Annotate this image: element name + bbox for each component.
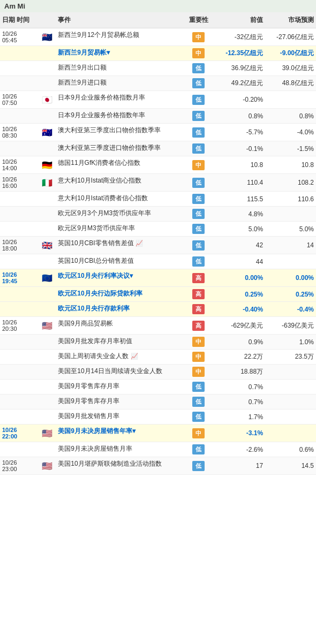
cell-prev-value: -0.20% [214,91,265,109]
event-text: 意大利10月Istat商业信心指数 [58,177,141,184]
cell-prev-value: -0.1% [214,141,265,156]
cell-event[interactable]: 欧元区10月央行利率决议▾ [56,269,183,287]
cell-flag [38,76,56,91]
chart-icon[interactable]: 📈 [136,240,143,246]
cell-prev-value: -629亿美元 [214,317,265,335]
event-text: 日本9月企业服务价格指数年率 [58,111,145,119]
cell-importance: 低 [183,410,214,425]
cell-datetime: 10/26 18:00 [0,237,38,254]
cell-flag [38,222,56,237]
cell-prev-value: 49.2亿纽元 [214,76,265,91]
cell-importance: 低 [183,254,214,269]
table-row: 欧元区10月央行存款利率高-0.40%-0.4% [0,302,316,317]
event-text: 英国10月CBI总分销售差值 [58,257,133,264]
cell-event: 英国10月CBI零售销售差值 📈 [56,237,183,254]
cell-prev-value: 36.9亿纽元 [214,61,265,76]
cell-prev-value: -32亿纽元 [214,28,265,46]
cell-importance: 低 [183,457,214,475]
cell-event: 新西兰9月12个月贸易帐总额 [56,28,183,46]
cell-importance: 低 [183,61,214,76]
importance-badge: 低 [192,382,205,392]
cell-prev-value: -2.6% [214,442,265,457]
cell-flag: 🇺🇸 [38,457,56,475]
cell-event: 美国9月零售库存月率 [56,380,183,395]
cell-datetime [0,76,38,91]
cell-importance: 高 [183,269,214,287]
cell-event: 新西兰9月出口额 [56,61,183,76]
cell-market-prediction: 0.00% [265,269,316,287]
cell-prev-value: 0.25% [214,287,265,302]
cell-event: 美国9月批发库存月率初值 [56,335,183,350]
cell-importance: 中 [183,365,214,380]
event-text: 澳大利亚第三季度出口物价指数季率 [58,126,161,134]
cell-importance: 低 [183,91,214,109]
cell-event: 美国9月批发销售月率 [56,410,183,425]
chart-icon[interactable]: 📈 [131,353,138,359]
event-text: 美国9月未决房屋销售月率 [58,445,132,452]
event-text: 美国9月批发销售月率 [58,412,119,420]
event-link[interactable]: 欧元区10月央行利率决议▾ [58,272,132,279]
event-link[interactable]: 美国9月未决房屋销售年率▾ [58,427,136,435]
cell-prev-value: 18.88万 [214,365,265,380]
event-link[interactable]: 新西兰9月贸易帐▾ [58,49,110,56]
cell-datetime [0,192,38,207]
cell-prev-value: 0.00% [214,269,265,287]
cell-event: 欧元区9月3个月M3货币供应年率 [56,207,183,222]
table-row: 美国至10月14日当周续请失业金人数中18.88万 [0,365,316,380]
table-row: 意大利10月Istat消费者信心指数低115.5110.6 [0,192,316,207]
cell-market-prediction: 39.0亿纽元 [265,61,316,76]
cell-flag [38,46,56,61]
table-row: 欧元区10月央行边际贷款利率高0.25%0.25% [0,287,316,302]
cell-market-prediction: -9.00亿纽元 [265,46,316,61]
importance-badge: 高 [192,321,205,331]
cell-flag: 🇬🇧 [38,237,56,254]
cell-event[interactable]: 新西兰9月贸易帐▾ [56,46,183,61]
cell-event: 英国10月CBI总分销售差值 [56,254,183,269]
event-text: 新西兰9月进口额 [58,79,107,86]
cell-market-prediction: -27.06亿纽元 [265,28,316,46]
cell-event: 美国9月零售库存月率 [56,395,183,410]
table-row: 10/26 16:00🇮🇹意大利10月Istat商业信心指数低110.4108.… [0,174,316,192]
cell-importance: 中 [183,350,214,365]
cell-datetime [0,254,38,269]
importance-badge: 低 [192,209,205,219]
cell-prev-value: -3.1% [214,425,265,442]
event-text: 美国9月零售库存月率 [58,397,119,405]
cell-importance: 低 [183,192,214,207]
cell-market-prediction: 14.5 [265,457,316,475]
event-text: 英国10月CBI零售销售差值 [58,239,133,247]
importance-badge: 低 [192,178,205,188]
col-event: 事件 [56,12,183,28]
importance-badge: 低 [192,256,205,267]
table-row: 10/26 23:00🇺🇸美国10月堪萨斯联储制造业活动指数低1714.5 [0,457,316,475]
cell-importance: 低 [183,395,214,410]
col-datetime: 日期 时间 [0,12,38,28]
event-text: 美国9月商品贸易帐 [58,320,113,327]
cell-flag [38,302,56,317]
importance-badge: 中 [192,352,205,362]
cell-datetime [0,141,38,156]
cell-prev-value: -0.40% [214,302,265,317]
header-bar: Am Mi [0,0,316,12]
cell-datetime [0,350,38,365]
col-importance: 重要性 [183,12,214,28]
table-row: 美国9月未决房屋销售月率低-2.6%0.6% [0,442,316,457]
cell-event: 美国至10月14日当周续请失业金人数 [56,365,183,380]
cell-flag [38,61,56,76]
event-text: 欧元区9月3个月M3货币供应年率 [58,209,151,217]
cell-datetime: 10/26 16:00 [0,174,38,192]
table-row: 10/26 07:50🇯🇵日本9月企业服务价格指数月率低-0.20% [0,91,316,109]
cell-prev-value: 5.0% [214,222,265,237]
cell-flag [38,365,56,380]
cell-event: 澳大利亚第三季度出口物价指数季率 [56,124,183,141]
table-row: 日本9月企业服务价格指数年率低0.8%0.8% [0,109,316,124]
cell-datetime [0,222,38,237]
importance-badge: 中 [192,367,205,377]
cell-event: 澳大利亚第三季度进口物价指数季率 [56,141,183,156]
table-body: 10/26 05:45🇳🇿新西兰9月12个月贸易帐总额中-32亿纽元-27.06… [0,28,316,475]
cell-event[interactable]: 美国9月未决房屋销售年率▾ [56,425,183,442]
cell-datetime: 10/26 05:45 [0,28,38,46]
table-row: 新西兰9月出口额低36.9亿纽元39.0亿纽元 [0,61,316,76]
importance-badge: 低 [192,127,205,138]
cell-prev-value: 0.9% [214,335,265,350]
